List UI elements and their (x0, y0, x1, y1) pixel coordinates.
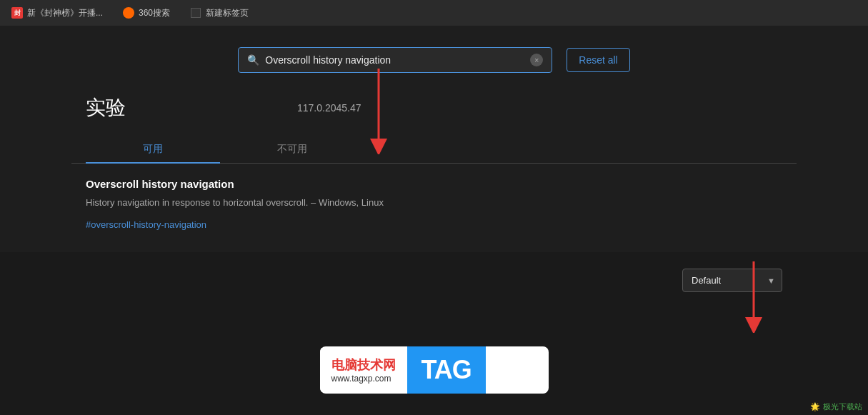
search-input[interactable] (265, 54, 524, 66)
feature-link[interactable]: #overscroll-history-navigation (86, 219, 206, 230)
feature-dropdown[interactable]: Default Enabled Disabled (682, 269, 782, 292)
tab-available[interactable]: 可用 (86, 136, 220, 163)
feature-section: Overscroll history navigation History na… (71, 178, 797, 231)
search-box: 🔍 × (238, 47, 552, 73)
feature-description: History navigation in response to horizo… (86, 196, 500, 211)
watermark-url: www.tagxp.com (331, 374, 396, 384)
tab-bar: 封 新《封神榜》开播... 360搜索 新建标签页 (0, 0, 868, 26)
tab-360search[interactable]: 360搜索 (117, 4, 176, 22)
bottom-logo: 🌟 极光下载站 (810, 401, 862, 412)
tabs-row: 可用 不可用 (71, 136, 797, 164)
version-text: 117.0.2045.47 (297, 102, 361, 114)
feature-controls: Default Enabled Disabled ▼ (682, 269, 782, 292)
tab-label-2: 360搜索 (139, 7, 170, 19)
reset-all-button[interactable]: Reset all (567, 48, 629, 72)
tab-icon-2 (123, 7, 134, 19)
watermark-text: 电脑技术网 www.tagxp.com (320, 348, 407, 392)
tab-icon-3 (190, 7, 201, 19)
experiments-header: 实验 117.0.2045.47 (71, 94, 797, 121)
main-content: 🔍 × Reset all 实验 117.0.2045.47 可用 不可用 Ov… (0, 26, 868, 252)
logo-text: 极光下载站 (823, 401, 862, 412)
search-row: 🔍 × Reset all (71, 47, 797, 73)
logo-icon: 🌟 (810, 402, 820, 411)
search-icon: 🔍 (247, 54, 259, 66)
clear-button[interactable]: × (530, 54, 543, 66)
tab-unavailable[interactable]: 不可用 (220, 136, 364, 163)
tab-fengshenbang[interactable]: 封 新《封神榜》开播... (6, 4, 109, 22)
tab-label-1: 新《封神榜》开播... (27, 7, 103, 19)
tab-icon-1: 封 (11, 7, 23, 19)
dropdown-wrapper: Default Enabled Disabled ▼ (682, 269, 782, 292)
watermark-site-name: 电脑技术网 (331, 356, 396, 374)
watermark-banner: 电脑技术网 www.tagxp.com TAG (320, 346, 549, 394)
feature-title: Overscroll history navigation (86, 178, 782, 190)
tab-new[interactable]: 新建标签页 (184, 4, 254, 22)
tab-label-3: 新建标签页 (206, 7, 249, 19)
bottom-bar: 🌟 极光下载站 (804, 399, 868, 415)
watermark-tag: TAG (407, 346, 486, 394)
experiments-title: 实验 (86, 94, 126, 121)
